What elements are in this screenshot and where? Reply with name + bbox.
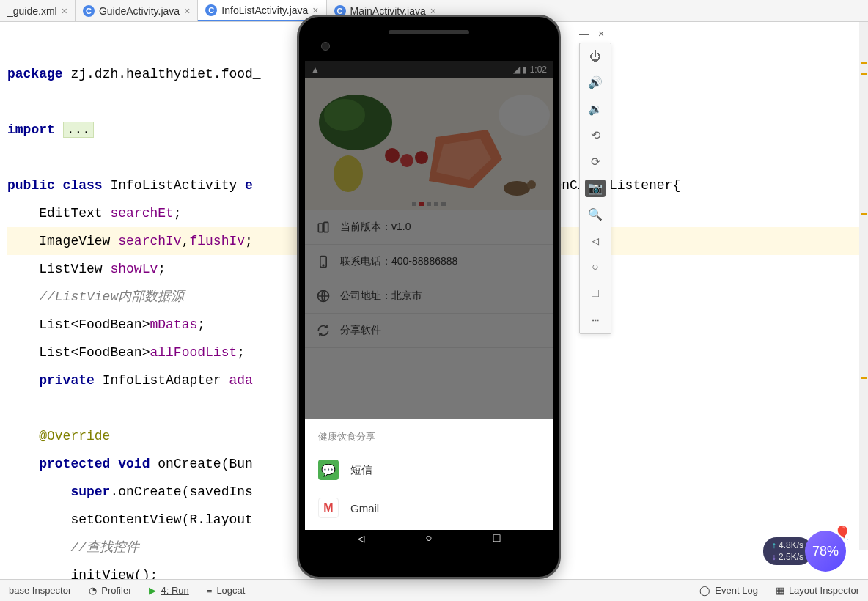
event-log-button[interactable]: ◯Event Log	[699, 585, 758, 596]
emulator-window-controls: — ×	[579, 28, 604, 40]
profiler-button[interactable]: ◔Profiler	[89, 585, 131, 596]
notification-icon: ▲	[311, 64, 320, 75]
row-version[interactable]: 当前版本：v1.0	[305, 210, 553, 245]
nav-back-button[interactable]: ◁	[358, 531, 365, 546]
layout-icon: ▦	[776, 585, 784, 596]
layout-inspector-button[interactable]: ▦Layout Inspector	[776, 585, 859, 596]
download-speed: 2.5K/s	[772, 552, 803, 562]
svg-point-7	[499, 95, 550, 136]
svg-point-5	[415, 151, 428, 164]
volume-up-icon[interactable]: 🔊	[585, 74, 606, 92]
gmail-icon: M	[318, 498, 339, 518]
network-speed-widget[interactable]: 4.8K/s 2.5K/s 78% 🎈	[763, 531, 846, 572]
row-label: 当前版本：v1.0	[340, 221, 411, 234]
run-button[interactable]: ▶ 4: Run	[149, 585, 188, 596]
java-class-icon: C	[205, 4, 217, 16]
svg-rect-11	[324, 222, 328, 232]
carousel-dots[interactable]	[412, 202, 446, 206]
front-camera	[321, 42, 330, 51]
tab-label: GuideActivity.java	[99, 5, 180, 17]
phone-icon	[315, 254, 331, 270]
svg-point-2	[324, 99, 365, 131]
svg-point-9	[527, 180, 536, 189]
svg-point-13	[323, 265, 324, 266]
android-emulator: ▲ ◢ ▮ 1:02	[297, 15, 572, 586]
back-icon[interactable]: ◁	[585, 232, 606, 250]
share-sheet: 健康饮食分享 💬 短信 M Gmail	[305, 419, 553, 530]
status-bar: ▲ ◢ ▮ 1:02	[305, 61, 553, 78]
svg-point-6	[334, 155, 363, 192]
tab-guide-xml[interactable]: _guide.xml ×	[0, 0, 76, 21]
home-icon[interactable]: ○	[585, 259, 606, 276]
folded-import[interactable]: ...	[63, 122, 94, 138]
share-title: 健康饮食分享	[305, 427, 553, 451]
profiler-icon: ◔	[89, 585, 97, 596]
row-share[interactable]: 分享软件	[305, 314, 553, 348]
version-icon	[315, 219, 331, 235]
power-icon[interactable]: ⏻	[585, 48, 606, 65]
share-label: Gmail	[350, 502, 379, 515]
row-address[interactable]: 公司地址：北京市	[305, 279, 553, 314]
tab-label: _guide.xml	[7, 5, 57, 17]
sms-icon: 💬	[318, 460, 339, 480]
close-icon[interactable]: ×	[598, 28, 604, 40]
device-frame: ▲ ◢ ▮ 1:02	[297, 15, 561, 579]
refresh-icon	[315, 322, 331, 339]
gutter-warning-mark[interactable]	[861, 377, 867, 379]
logcat-icon: ≡	[207, 585, 213, 596]
gutter-warning-mark[interactable]	[861, 213, 867, 215]
row-label: 联系电话：400-88886888	[340, 255, 457, 268]
inspection-gutter[interactable]	[859, 22, 868, 550]
android-nav-bar: ◁ ○ □	[305, 530, 553, 547]
tab-label: InfoListActivity.java	[221, 4, 308, 16]
minimize-icon[interactable]: —	[579, 28, 589, 40]
percent-label: 78%	[812, 544, 839, 559]
java-class-icon: C	[83, 5, 95, 17]
overview-icon[interactable]: □	[585, 285, 606, 303]
close-icon[interactable]: ×	[184, 5, 190, 17]
nav-home-button[interactable]: ○	[425, 532, 433, 545]
row-label: 公司地址：北京市	[340, 290, 422, 303]
gutter-warning-mark[interactable]	[861, 62, 867, 64]
upload-speed: 4.8K/s	[772, 540, 803, 550]
play-icon: ▶	[149, 585, 156, 596]
svg-point-4	[400, 154, 413, 167]
database-inspector-button[interactable]: base Inspector	[9, 585, 71, 596]
zoom-icon[interactable]: 🔍	[585, 206, 606, 224]
rotate-right-icon[interactable]: ⟳	[585, 153, 606, 171]
status-right: ◢ ▮ 1:02	[513, 64, 547, 75]
gutter-warning-mark[interactable]	[861, 73, 867, 75]
tab-guide-activity[interactable]: C GuideActivity.java ×	[76, 0, 198, 21]
rotate-left-icon[interactable]: ⟲	[585, 127, 606, 144]
logcat-button[interactable]: ≡Logcat	[207, 585, 246, 596]
nav-recent-button[interactable]: □	[493, 532, 501, 545]
share-option-gmail[interactable]: M Gmail	[305, 489, 553, 527]
row-label: 分享软件	[340, 324, 381, 337]
more-icon[interactable]: ⋯	[585, 311, 606, 329]
emulator-toolbar: ⏻ 🔊 🔉 ⟲ ⟳ 📷 🔍 ◁ ○ □ ⋯	[579, 43, 611, 334]
close-icon[interactable]: ×	[62, 5, 67, 17]
speaker-grille	[389, 30, 469, 34]
globe-icon	[315, 288, 331, 304]
event-log-icon: ◯	[699, 585, 710, 596]
balloon-icon: 🎈	[834, 525, 850, 541]
banner-image[interactable]	[305, 78, 553, 210]
camera-icon[interactable]: 📷	[585, 180, 606, 197]
speed-gauge[interactable]: 78% 🎈	[805, 531, 846, 572]
device-screen[interactable]: ▲ ◢ ▮ 1:02	[305, 61, 553, 547]
svg-point-3	[385, 148, 400, 163]
row-phone[interactable]: 联系电话：400-88886888	[305, 245, 553, 279]
share-label: 短信	[350, 463, 372, 477]
volume-down-icon[interactable]: 🔉	[585, 100, 606, 118]
svg-point-8	[504, 181, 530, 196]
svg-rect-10	[318, 224, 323, 232]
share-option-sms[interactable]: 💬 短信	[305, 451, 553, 489]
